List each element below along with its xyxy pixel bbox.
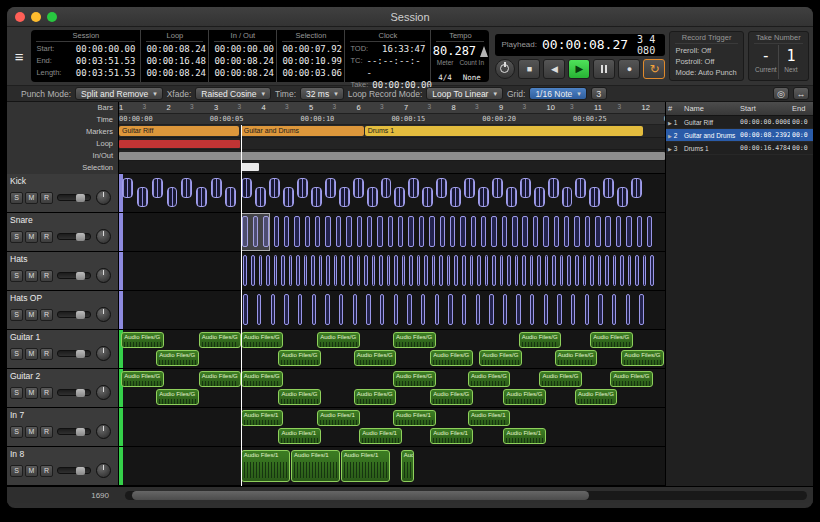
track-pan-knob[interactable] — [96, 424, 111, 439]
audio-region[interactable]: Audio Files/G — [354, 350, 397, 366]
selection-clock-panel[interactable]: Selection 00:00:07.92 00:00:10.99 00:00:… — [277, 30, 345, 82]
track-r-button[interactable]: R — [40, 387, 53, 399]
track-r-button[interactable]: R — [40, 192, 53, 204]
track-fader[interactable] — [57, 467, 91, 474]
drum-region[interactable] — [436, 178, 447, 198]
track-header[interactable]: In 8SMR — [7, 447, 118, 486]
track-s-button[interactable]: S — [10, 465, 23, 477]
drum-region[interactable] — [408, 178, 419, 198]
track-fader[interactable] — [57, 389, 91, 396]
audio-region[interactable]: Audio Files/G — [590, 332, 633, 348]
drum-region[interactable] — [334, 255, 338, 286]
drum-region[interactable] — [312, 294, 316, 325]
drum-region[interactable] — [533, 216, 538, 247]
drum-region[interactable] — [257, 294, 261, 325]
track-m-button[interactable]: M — [25, 231, 38, 243]
drum-region[interactable] — [152, 178, 163, 198]
loop-range-bar[interactable] — [119, 140, 240, 148]
track-s-button[interactable]: S — [10, 192, 23, 204]
track-fader[interactable] — [57, 350, 91, 357]
track-pan-knob[interactable] — [96, 229, 111, 244]
audio-region[interactable]: Audio Files/G — [199, 371, 242, 387]
punch-mode-select[interactable]: Split and Remove▾ — [75, 87, 163, 100]
drum-region[interactable] — [167, 187, 178, 207]
drum-region[interactable] — [492, 178, 503, 198]
drum-region[interactable] — [243, 255, 247, 286]
drum-region[interactable] — [366, 294, 370, 325]
drum-region[interactable] — [470, 255, 474, 286]
audio-region[interactable]: Audio Files/G — [393, 332, 436, 348]
audio-region[interactable]: Audio Files/1 — [291, 450, 340, 482]
drum-region[interactable] — [243, 294, 247, 325]
drum-region[interactable] — [450, 216, 455, 247]
power-button[interactable] — [495, 59, 515, 79]
drum-region[interactable] — [447, 255, 451, 286]
drum-region[interactable] — [537, 255, 541, 286]
drum-region[interactable] — [429, 216, 434, 247]
audio-region[interactable]: Audio Files/G — [121, 371, 164, 387]
playhead-line[interactable] — [241, 125, 242, 486]
track-lane[interactable] — [119, 252, 665, 291]
drum-region[interactable] — [440, 216, 445, 247]
scrollbar-thumb[interactable] — [132, 491, 589, 500]
drum-region[interactable] — [522, 216, 527, 247]
drum-region[interactable] — [552, 255, 556, 286]
disclosure-icon[interactable]: ▶ — [668, 146, 672, 152]
drum-region[interactable] — [346, 216, 351, 247]
drum-region[interactable] — [647, 216, 652, 247]
track-lane[interactable]: Audio Files/1Audio Files/1Audio Files/1A… — [119, 447, 665, 486]
track-lane[interactable] — [119, 174, 665, 213]
track-header[interactable]: HatsSMR — [7, 252, 118, 291]
drum-region[interactable] — [269, 178, 280, 198]
drum-region[interactable] — [394, 255, 398, 286]
drum-region[interactable] — [259, 255, 263, 286]
track-fader[interactable] — [57, 194, 91, 201]
drum-region[interactable] — [255, 187, 266, 207]
time-ruler[interactable]: 00:00:0000:00:0500:00:1000:00:1500:00:20… — [119, 114, 665, 125]
drum-region[interactable] — [502, 216, 507, 247]
track-s-button[interactable]: S — [10, 426, 23, 438]
track-m-button[interactable]: M — [25, 192, 38, 204]
drum-region[interactable] — [574, 216, 579, 247]
track-r-button[interactable]: R — [40, 426, 53, 438]
audio-region[interactable]: Audio Files/G — [503, 389, 546, 405]
drum-region[interactable] — [462, 294, 466, 325]
audio-region[interactable]: Audio Files/G — [278, 389, 321, 405]
track-pan-knob[interactable] — [96, 346, 111, 361]
audio-region[interactable]: Audio Files/G — [156, 350, 199, 366]
track-r-button[interactable]: R — [40, 309, 53, 321]
selection-ruler[interactable] — [119, 161, 665, 174]
markers-ruler[interactable]: Guitar RiffGuitar and DrumsDrums 1 — [119, 125, 665, 138]
drum-region[interactable] — [417, 255, 421, 286]
drum-region[interactable] — [325, 178, 336, 198]
audio-region[interactable]: Audio Files/G — [430, 389, 473, 405]
track-pan-knob[interactable] — [96, 190, 111, 205]
track-pan-knob[interactable] — [96, 385, 111, 400]
drum-region[interactable] — [560, 255, 564, 286]
drum-region[interactable] — [516, 294, 520, 325]
drum-region[interactable] — [251, 255, 255, 286]
drum-region[interactable] — [464, 178, 475, 198]
disclosure-icon[interactable]: ▶ — [668, 133, 672, 139]
audio-region[interactable]: Audio Files/G — [555, 350, 598, 366]
drum-region[interactable] — [225, 187, 236, 207]
track-fader[interactable] — [57, 311, 91, 318]
drum-region[interactable] — [477, 255, 481, 286]
drum-region[interactable] — [353, 178, 364, 198]
drum-region[interactable] — [492, 255, 496, 286]
drum-region[interactable] — [304, 255, 308, 286]
count-button[interactable]: 3 — [591, 87, 607, 100]
drum-region[interactable] — [325, 294, 329, 325]
drum-region[interactable] — [530, 255, 534, 286]
drum-region[interactable] — [424, 255, 428, 286]
drum-region[interactable] — [626, 294, 630, 325]
selection-range-bar[interactable] — [241, 163, 258, 171]
audio-region[interactable]: Audio Files/G — [317, 332, 360, 348]
track-fader[interactable] — [57, 428, 91, 435]
horizontal-scrollbar[interactable] — [125, 491, 807, 500]
xfade-time-select[interactable]: 32 ms▾ — [300, 87, 344, 100]
drum-region[interactable] — [485, 255, 489, 286]
audio-region[interactable]: Audio Files/1 — [241, 450, 290, 482]
drum-region[interactable] — [274, 216, 279, 247]
track-r-button[interactable]: R — [40, 270, 53, 282]
